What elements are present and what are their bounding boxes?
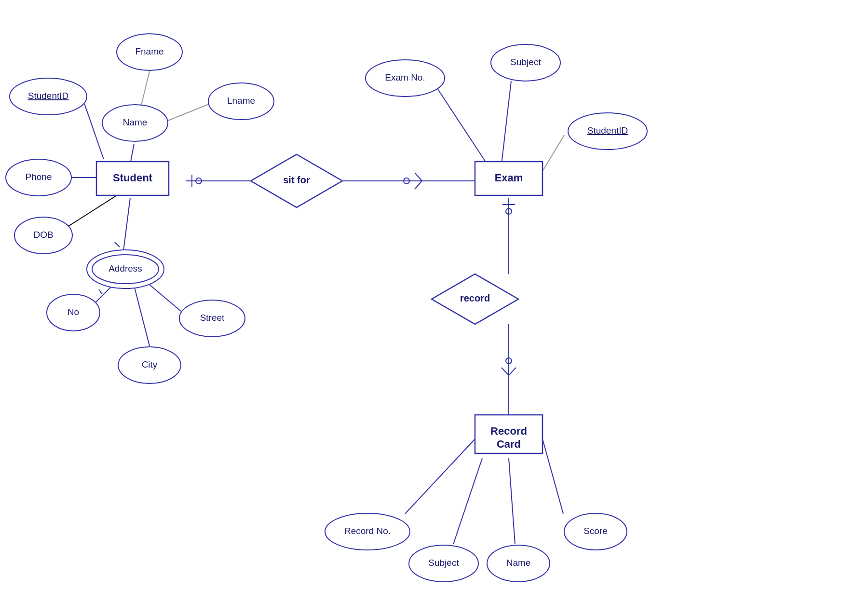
- attr-name-rc-label: Name: [506, 558, 531, 568]
- conn-rc-name: [509, 458, 515, 544]
- conn-rc-subject: [453, 458, 482, 544]
- attr-fname-label: Fname: [135, 46, 163, 56]
- conn-lname-name: [168, 103, 211, 121]
- conn-studentid-student: [84, 104, 104, 159]
- conn-subject-exam: [502, 81, 511, 164]
- attr-subject-rc-label: Subject: [428, 558, 459, 568]
- conn-street-address: [149, 285, 181, 311]
- entity-student-label: Student: [113, 172, 153, 184]
- attr-name-label: Name: [123, 117, 148, 127]
- attr-subject-exam-label: Subject: [510, 57, 541, 67]
- entity-recordcard-label-line1: Record: [490, 425, 527, 437]
- crow2: [415, 181, 422, 189]
- er-diagram: Student Exam Record Card sit for record …: [0, 0, 868, 603]
- attr-studentid-exam-label: StudentID: [587, 125, 628, 136]
- attr-phone-label: Phone: [26, 172, 52, 182]
- conn-rc-recordno: [405, 439, 475, 514]
- entity-recordcard-label-line2: Card: [497, 438, 521, 450]
- attr-address-label: Address: [108, 263, 142, 274]
- attr-examno-label: Exam No.: [385, 72, 425, 82]
- conn-fname-name: [141, 71, 149, 107]
- conn-studentid-exam: [542, 135, 564, 171]
- crow-rc1: [502, 368, 509, 375]
- conn-no-tick: [99, 289, 102, 294]
- attr-studentid-label: StudentID: [28, 91, 69, 101]
- conn-address-tick: [115, 242, 120, 247]
- conn-city-address: [134, 286, 149, 346]
- entity-exam-label: Exam: [495, 172, 523, 184]
- rel-sitfor-label: sit for: [283, 175, 310, 185]
- attr-recordno-label: Record No.: [344, 526, 391, 536]
- crow-rc2: [509, 368, 516, 375]
- attr-dob-label: DOB: [33, 230, 53, 240]
- conn-address-student: [123, 198, 130, 251]
- conn-name-student: [130, 144, 134, 164]
- attr-street-label: Street: [200, 313, 225, 323]
- conn-rc-score: [542, 439, 563, 514]
- crow1: [415, 173, 422, 181]
- attr-city-label: City: [142, 359, 158, 370]
- conn-dob-student: [68, 193, 121, 227]
- attr-lname-label: Lname: [227, 96, 255, 106]
- attr-no-label: No: [68, 307, 79, 317]
- rel-record-label: record: [460, 293, 490, 303]
- attr-score-label: Score: [583, 526, 608, 536]
- conn-examno-exam: [438, 89, 487, 164]
